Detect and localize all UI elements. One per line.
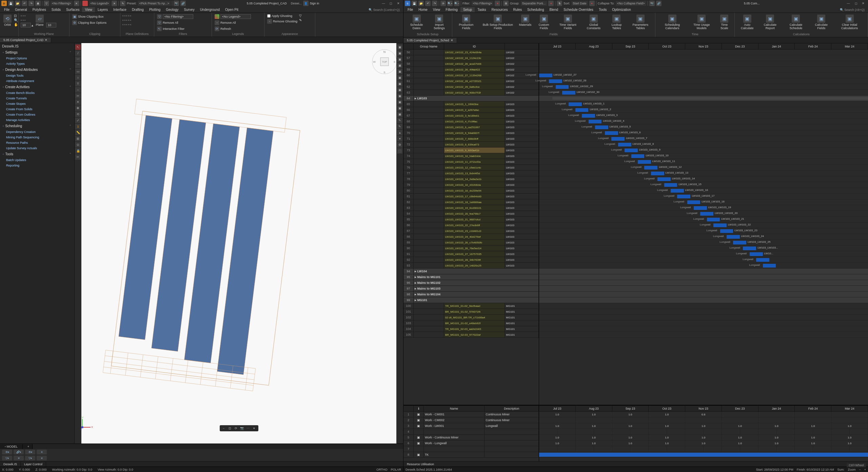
- plane-icon[interactable]: ▫: [130, 14, 131, 18]
- view-top-icon[interactable]: ▫: [21, 14, 22, 18]
- legend-field[interactable]: <No Legend>: [89, 1, 111, 6]
- resource-row[interactable]: 7: [403, 446, 539, 452]
- menu-plotting[interactable]: Plotting: [146, 7, 163, 12]
- save-icon[interactable]: 💾: [412, 1, 417, 6]
- menu-search[interactable]: 🔍 Search (Control+Q): [367, 8, 402, 12]
- cad-viewport[interactable]: ↖ / 〰 ⌒ ▭ ○ T ↔ ✂ ✕ ✥ ⟲ ⤢ 1 📏 ⊞ ⊙ 🔒 ✂: [75, 43, 403, 444]
- month-header[interactable]: Dec 23: [722, 43, 758, 49]
- gantt-task-row[interactable]: 74LW103_LW103_10_fda62ddeLW103: [403, 153, 539, 159]
- month-header[interactable]: Dec 23: [722, 406, 758, 411]
- view-iso-icon[interactable]: ▫: [21, 18, 22, 22]
- display-icon[interactable]: ▣: [397, 63, 402, 68]
- header-name[interactable]: Name: [424, 406, 485, 411]
- gantt-group-row[interactable]: 98▸ Mains to MG104: [403, 292, 539, 297]
- arc-icon[interactable]: ⌒: [75, 63, 81, 68]
- plane-button[interactable]: ▱ Plane: [34, 14, 45, 27]
- header-description[interactable]: Description: [485, 406, 539, 411]
- gantt-task-row[interactable]: 67LW103_LW103_3_fe189e61LW103: [403, 113, 539, 119]
- pen-icon[interactable]: ✎: [120, 1, 125, 6]
- scale-icon[interactable]: ⤢: [75, 118, 81, 123]
- step-field[interactable]: [21, 23, 31, 27]
- month-header[interactable]: Jan 24: [758, 406, 795, 411]
- ribbon-import-settings[interactable]: ▣Import Settings: [429, 14, 450, 31]
- clear-group-icon[interactable]: ✕: [548, 1, 554, 6]
- up-icon[interactable]: ▴: [397, 130, 402, 135]
- display-icon[interactable]: ▣: [397, 75, 402, 80]
- menu-view[interactable]: View: [430, 7, 443, 12]
- refresh-icon[interactable]: ⟳: [233, 426, 239, 431]
- remove-ghosting[interactable]: ▫Remove Ghosting: [267, 19, 298, 24]
- gantt-task-row[interactable]: 70LW103_LW103_6_94a6807fLW103: [403, 130, 539, 136]
- snap-icon[interactable]: ⊙: [75, 142, 81, 148]
- month-header[interactable]: Mar 24: [831, 43, 868, 49]
- clear-sort-icon[interactable]: ✕: [589, 1, 595, 6]
- ribbon-custom-fields[interactable]: ▣Custom Fields: [534, 14, 554, 31]
- gantt-task-row[interactable]: 76LW103_LW103_12_c5eb1c4cLW103: [403, 165, 539, 171]
- close-button[interactable]: ✕: [395, 1, 402, 6]
- month-header[interactable]: Nov 23: [685, 406, 722, 411]
- interactive-filter[interactable]: ↖Interactive Filter: [156, 26, 194, 32]
- gantt-task-row[interactable]: 105BR_MG101_02-03_977022afMG101: [403, 332, 539, 338]
- display-icon[interactable]: ▣: [397, 44, 402, 50]
- menu-interface[interactable]: Interface: [111, 7, 129, 12]
- display-icon[interactable]: ▣: [397, 93, 402, 99]
- menu-file[interactable]: File: [1, 7, 12, 12]
- resource-utilisation-tab[interactable]: Resource Utilisation: [403, 462, 437, 467]
- menu-setup[interactable]: Setup: [460, 7, 475, 12]
- section-tools[interactable]: ▫ Tools⌃: [0, 151, 74, 157]
- step-up-icon[interactable]: ▴: [32, 23, 33, 27]
- header-group-name[interactable]: Group Name: [414, 43, 444, 49]
- gantt-task-row[interactable]: 72LW103_LW103_8_839caf73LW103: [403, 142, 539, 148]
- show-clipping-box[interactable]: ▣Show Clipping Box: [72, 14, 107, 19]
- menu-filtering[interactable]: Filtering: [443, 7, 460, 12]
- sort-icon[interactable]: ⇅: [557, 1, 562, 6]
- polyline-icon[interactable]: 〰: [75, 57, 81, 62]
- gantt-task-row[interactable]: 68LW103_LW103_4_f7c9ffacLW103: [403, 119, 539, 124]
- zoom-fit-icon[interactable]: ⊡: [227, 426, 233, 431]
- header-id[interactable]: ID: [444, 43, 505, 49]
- month-header[interactable]: Aug 23: [576, 43, 612, 49]
- camera-icon[interactable]: 📷: [649, 1, 655, 6]
- redo-icon[interactable]: ↷: [28, 1, 34, 6]
- plane-icon[interactable]: ▫: [122, 14, 124, 18]
- zoom-out-icon[interactable]: −: [221, 426, 226, 431]
- gantt-task-row[interactable]: 86LW103_LW103_22_27edb6ffLW103: [403, 222, 539, 228]
- gantt-task-row[interactable]: 65LW103_LW103_1_1f6fd3beLW103: [403, 101, 539, 107]
- plane-icon[interactable]: ▫: [130, 18, 131, 22]
- view-side-icon[interactable]: ▫: [24, 14, 26, 18]
- display-icon[interactable]: ▣: [397, 112, 402, 117]
- minimize-button[interactable]: —: [845, 1, 852, 6]
- link-create-stopes[interactable]: Create Stopes: [0, 101, 74, 106]
- link-design-tools[interactable]: Design Tools: [0, 73, 74, 78]
- config-icon[interactable]: ⚙: [397, 142, 402, 148]
- gantt-task-row[interactable]: 93LW103_LW103_29_14020c25LW103: [403, 263, 539, 269]
- measure-icon[interactable]: 📏: [75, 130, 81, 135]
- add-view-tab[interactable]: +: [23, 444, 33, 449]
- number-icon[interactable]: 1: [75, 124, 81, 129]
- legend-field-row[interactable]: [214, 14, 252, 19]
- month-header[interactable]: Nov 23: [685, 43, 722, 49]
- filter-button[interactable]: ▽▾: [2, 456, 12, 460]
- gantt-task-row[interactable]: 84LW103_LW103_20_fea798c7LW103: [403, 211, 539, 217]
- preset-field[interactable]: <Pick Preset To Ap...>: [138, 1, 171, 6]
- display-icon[interactable]: ▣: [397, 105, 402, 111]
- ribbon-calculate-report[interactable]: ▣Calculate Report: [758, 14, 782, 31]
- display-icon[interactable]: ▣: [397, 51, 402, 56]
- gantt-task-row[interactable]: 91LW103_LW103_27_18757935LW103: [403, 251, 539, 257]
- month-header[interactable]: Jul 23: [539, 406, 576, 411]
- plane-icon[interactable]: ▫: [126, 23, 127, 26]
- down-icon[interactable]: ▾: [397, 136, 402, 141]
- display-icon[interactable]: ▣: [397, 69, 402, 74]
- display-icon[interactable]: ▣: [397, 81, 402, 86]
- section-design-and-attributes[interactable]: ▫ Design And Attributes⌃: [0, 66, 74, 73]
- link-create-tunnels[interactable]: Create Tunnels: [0, 96, 74, 101]
- plane-icon[interactable]: ▫: [128, 18, 130, 22]
- month-header[interactable]: Mar 24: [831, 406, 868, 411]
- config-icon[interactable]: ⬚: [397, 148, 402, 154]
- ribbon-auto-calculate[interactable]: ▣Auto Calculate: [737, 14, 757, 31]
- gantt-task-row[interactable]: 61LW102_LW102_28_e2735321LW102: [403, 78, 539, 84]
- dim-icon[interactable]: ↔: [75, 87, 81, 93]
- filter-field[interactable]: <No Filtering>: [51, 1, 73, 6]
- select-icon[interactable]: ↖: [75, 44, 81, 50]
- month-header[interactable]: Oct 23: [649, 406, 685, 411]
